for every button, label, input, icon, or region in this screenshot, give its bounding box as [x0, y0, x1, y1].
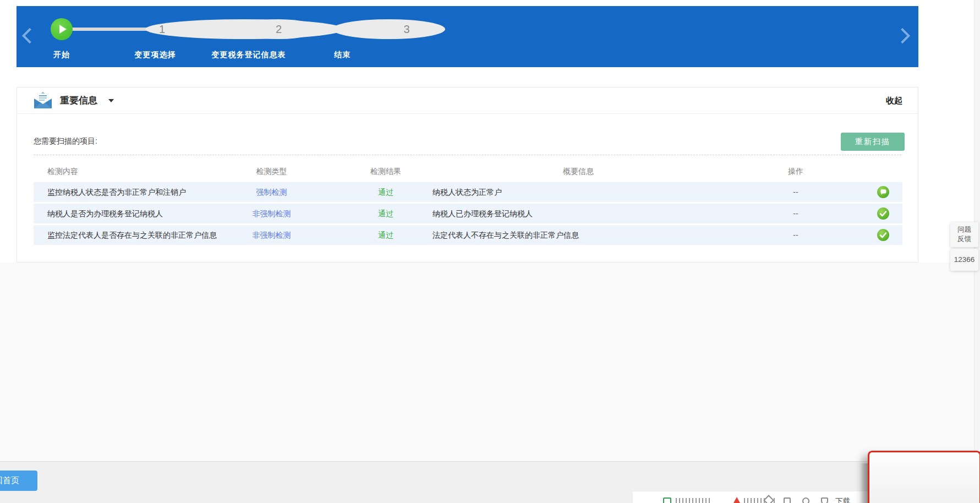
- cell-result: 通过: [311, 225, 424, 245]
- warning-icon: [733, 497, 740, 503]
- column-header-operation: 操作: [732, 160, 859, 182]
- collapse-button[interactable]: 收起: [886, 88, 902, 113]
- cell-content: 监控纳税人状态是否为非正常户和注销户: [34, 182, 232, 202]
- column-header-summary: 概要信息: [424, 160, 732, 182]
- column-header-spacer: [859, 160, 902, 182]
- alert-popup: [868, 451, 980, 503]
- cell-operation: --: [732, 225, 859, 245]
- step-2-circle[interactable]: 2: [239, 19, 319, 39]
- cell-content: 监控法定代表人是否存在与之关联的非正常户信息: [34, 225, 232, 245]
- cell-type-link[interactable]: 非强制检测: [232, 225, 311, 245]
- download-label: 下载: [835, 496, 850, 503]
- table-row: 监控纳税人状态是否为非正常户和注销户 强制检测 通过 纳税人状态为正常户 --: [34, 182, 902, 202]
- column-header-content: 检测内容: [34, 160, 232, 182]
- cell-type-link[interactable]: 非强制检测: [232, 204, 311, 223]
- cell-result: 通过: [311, 182, 424, 202]
- check-circle-icon: [877, 207, 889, 220]
- caret-down-icon[interactable]: [108, 99, 114, 102]
- important-info-panel: 重要信息 收起 您需要扫描的项目: 重新扫描 检测内容 检测类型 检测结果 概要…: [17, 87, 918, 263]
- content-background: [0, 263, 980, 461]
- cell-summary: 纳税人状态为正常户: [424, 182, 732, 202]
- cell-summary: 法定代表人不存在与之关联的非正常户信息: [424, 225, 732, 245]
- wizard-stepper-bar: 1 2 3 开始 变更项选择 变更税务登记信息表 结束: [17, 6, 918, 67]
- chevron-right-icon[interactable]: [895, 28, 910, 43]
- feedback-badge-line2: 反馈: [950, 234, 978, 244]
- column-header-result: 检测结果: [311, 160, 424, 182]
- processing-bubble-icon: [877, 186, 889, 198]
- column-header-type: 检测类型: [232, 160, 311, 182]
- feedback-badge-line1: 问题: [950, 225, 978, 234]
- table-row: 监控法定代表人是否存在与之关联的非正常户信息 非强制检测 通过 法定代表人不存在…: [34, 225, 902, 245]
- cursor-icon: [821, 497, 828, 503]
- truncated-text-fragment: [676, 498, 710, 503]
- cell-content: 纳税人是否为办理税务登记纳税人: [34, 204, 232, 223]
- chevron-left-icon[interactable]: [22, 28, 37, 43]
- cell-result: 通过: [311, 204, 424, 223]
- scan-hint-text: 您需要扫描的项目:: [34, 136, 97, 146]
- cell-status: [859, 225, 902, 245]
- record-icon: [802, 497, 809, 503]
- step-3-circle[interactable]: 3: [332, 19, 445, 39]
- home-button[interactable]: 回首页: [0, 471, 37, 491]
- hotline-badge[interactable]: 12366: [950, 249, 978, 271]
- step-3-label: 结束: [282, 50, 403, 60]
- scan-items-table: 检测内容 检测类型 检测结果 概要信息 操作 监控纳税人状态是否为非正常户和注销…: [34, 160, 902, 247]
- cell-summary: 纳税人已办理税务登记纳税人: [424, 204, 732, 223]
- table-header-row: 检测内容 检测类型 检测结果 概要信息 操作: [34, 160, 902, 182]
- play-icon: [59, 25, 67, 34]
- check-circle-icon: [877, 229, 889, 241]
- cell-operation: --: [732, 182, 859, 202]
- dotted-divider: [34, 155, 901, 155]
- step-start-circle[interactable]: [51, 18, 73, 40]
- panel-title: 重要信息: [60, 88, 97, 113]
- cell-status: [859, 182, 902, 202]
- cell-status: [859, 204, 902, 223]
- window-icon: [784, 497, 791, 503]
- cell-type-link[interactable]: 强制检测: [232, 182, 311, 202]
- page: 1 2 3 开始 变更项选择 变更税务登记信息表 结束 重要信息 收起 您需要: [0, 0, 980, 503]
- rescan-button[interactable]: 重新扫描: [841, 133, 905, 151]
- panel-header: 重要信息 收起: [17, 88, 918, 114]
- envelope-icon: [34, 92, 52, 109]
- feedback-badge[interactable]: 问题 反馈: [950, 222, 978, 247]
- table-row: 纳税人是否为办理税务登记纳税人 非强制检测 通过 纳税人已办理税务登记纳税人 -…: [34, 204, 902, 223]
- video-icon: [663, 497, 671, 503]
- cell-operation: --: [732, 204, 859, 223]
